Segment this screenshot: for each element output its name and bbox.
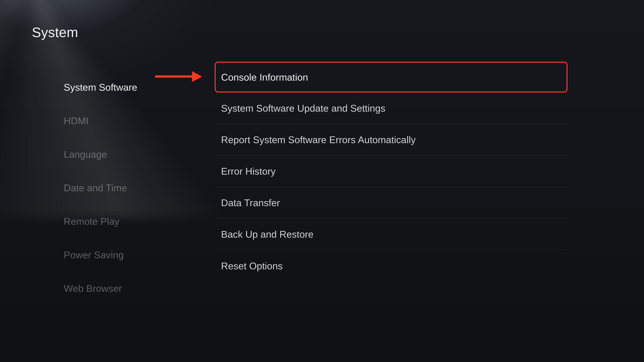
- main-item-report-errors[interactable]: Report System Software Errors Automatica…: [215, 124, 568, 156]
- sidebar-item-label: Power Saving: [64, 249, 124, 260]
- sidebar-item-label: Language: [64, 149, 107, 160]
- sidebar-item-system-software[interactable]: System Software: [64, 70, 201, 104]
- main-item-error-history[interactable]: Error History: [215, 156, 568, 187]
- sidebar-item-language[interactable]: Language: [64, 137, 201, 171]
- sidebar-item-label: HDMI: [64, 115, 88, 126]
- main-item-label: Data Transfer: [221, 197, 280, 208]
- sidebar-item-date-and-time[interactable]: Date and Time: [64, 171, 201, 204]
- sidebar-item-label: Remote Play: [64, 216, 120, 227]
- main-item-reset-options[interactable]: Reset Options: [215, 250, 568, 282]
- sidebar-item-power-saving[interactable]: Power Saving: [64, 238, 201, 272]
- main-item-label: Report System Software Errors Automatica…: [221, 134, 416, 145]
- main-item-label: System Software Update and Settings: [221, 103, 386, 114]
- sidebar-item-hdmi[interactable]: HDMI: [64, 104, 201, 137]
- sidebar-item-label: Web Browser: [64, 283, 122, 294]
- main-item-label: Error History: [221, 166, 276, 177]
- sidebar-item-web-browser[interactable]: Web Browser: [64, 272, 201, 305]
- main-item-data-transfer[interactable]: Data Transfer: [215, 187, 568, 219]
- page-title: System: [32, 24, 78, 40]
- sidebar-item-remote-play[interactable]: Remote Play: [64, 204, 201, 238]
- main-item-label: Back Up and Restore: [221, 229, 314, 240]
- main-item-label: Console Information: [221, 71, 308, 83]
- main-item-system-software-update[interactable]: System Software Update and Settings: [215, 92, 568, 124]
- main-item-back-up-restore[interactable]: Back Up and Restore: [215, 219, 568, 250]
- sidebar-item-label: Date and Time: [64, 182, 127, 193]
- sidebar-nav: System Software HDMI Language Date and T…: [64, 70, 201, 305]
- main-item-label: Reset Options: [221, 260, 283, 272]
- main-item-console-information[interactable]: Console Information: [215, 62, 568, 92]
- main-settings-list: Console Information System Software Upda…: [215, 62, 568, 282]
- sidebar-item-label: System Software: [64, 82, 137, 93]
